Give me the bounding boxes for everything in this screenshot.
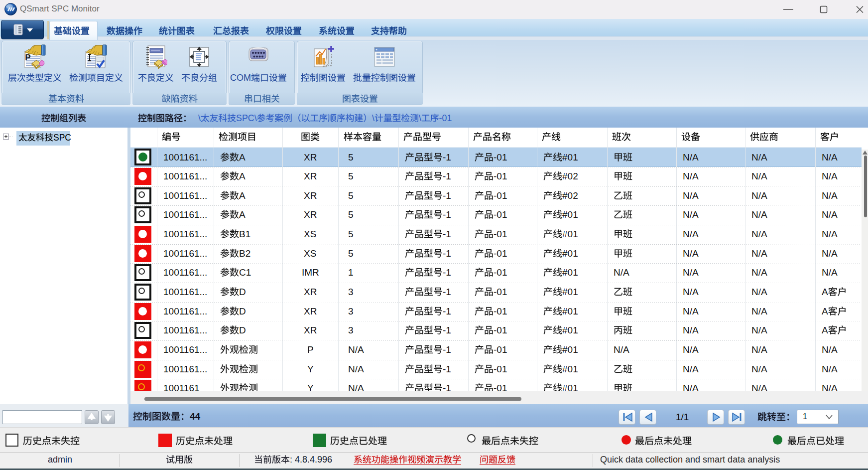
svg-text:1001161...: 1001161... xyxy=(163,209,207,220)
svg-text:1001161...: 1001161... xyxy=(163,229,207,239)
svg-text:N/A: N/A xyxy=(683,152,699,162)
svg-text:-01: -01 xyxy=(494,306,507,316)
svg-text:-01: -01 xyxy=(494,267,507,278)
svg-text:N/A: N/A xyxy=(683,306,699,316)
svg-text:#02: #02 xyxy=(562,171,578,181)
svg-text:N/A: N/A xyxy=(683,229,699,239)
svg-text:admin: admin xyxy=(48,455,72,465)
svg-text:5: 5 xyxy=(348,229,354,239)
svg-text:1: 1 xyxy=(348,267,354,278)
svg-text:: 4.8.4.996: : 4.8.4.996 xyxy=(290,455,332,465)
svg-text:XR: XR xyxy=(304,171,317,181)
svg-text:-01: -01 xyxy=(494,229,507,239)
svg-text:-1: -1 xyxy=(443,287,451,297)
svg-text:N/A: N/A xyxy=(822,209,838,220)
svg-text:N/A: N/A xyxy=(683,325,699,335)
svg-text:XS: XS xyxy=(304,248,316,259)
svg-text:N/A: N/A xyxy=(751,248,767,259)
svg-text:-01: -01 xyxy=(494,287,507,297)
svg-text:1001161...: 1001161... xyxy=(163,171,207,181)
svg-text:1001161...: 1001161... xyxy=(163,364,207,374)
svg-text:N/A: N/A xyxy=(614,344,629,355)
svg-text:B2: B2 xyxy=(239,248,250,259)
svg-text:44: 44 xyxy=(190,411,201,422)
svg-text:D: D xyxy=(239,287,246,297)
svg-text:N/A: N/A xyxy=(683,344,699,355)
svg-text:Quick data collection and smar: Quick data collection and smart data ana… xyxy=(600,455,780,465)
svg-text:-01: -01 xyxy=(494,152,507,162)
svg-text:1001161...: 1001161... xyxy=(163,344,207,355)
svg-text:SPC: SPC xyxy=(53,133,71,143)
svg-text:P: P xyxy=(307,344,314,355)
svg-text:#02: #02 xyxy=(562,190,578,201)
svg-text:#01: #01 xyxy=(562,306,578,316)
svg-text:N/A: N/A xyxy=(822,248,838,259)
svg-text:-1: -1 xyxy=(443,152,451,162)
svg-text:#01: #01 xyxy=(562,325,578,335)
svg-text:-1: -1 xyxy=(443,267,451,278)
svg-text:N/A: N/A xyxy=(822,364,838,374)
svg-text:-01: -01 xyxy=(494,209,507,220)
svg-text:XR: XR xyxy=(304,306,317,316)
svg-text:#01: #01 xyxy=(562,364,578,374)
svg-text:XR: XR xyxy=(304,325,317,335)
svg-text:N/A: N/A xyxy=(751,152,767,162)
svg-text:5: 5 xyxy=(348,209,354,220)
svg-text:1001161...: 1001161... xyxy=(163,248,207,259)
svg-text:SPC\: SPC\ xyxy=(236,113,257,123)
svg-text:N/A: N/A xyxy=(822,171,838,181)
svg-text:A: A xyxy=(239,190,246,201)
svg-text:1001161...: 1001161... xyxy=(163,152,207,162)
svg-text:5: 5 xyxy=(348,152,354,162)
svg-text:A: A xyxy=(822,306,828,316)
svg-text:N/A: N/A xyxy=(822,229,838,239)
svg-text:N/A: N/A xyxy=(751,267,767,278)
svg-text:1001161...: 1001161... xyxy=(163,306,207,316)
svg-text:\: \ xyxy=(198,113,201,123)
svg-text:N/A: N/A xyxy=(751,209,767,220)
svg-text:N/A: N/A xyxy=(751,344,767,355)
svg-text:D: D xyxy=(239,325,246,335)
svg-text:-1: -1 xyxy=(443,344,451,355)
svg-text:N/A: N/A xyxy=(683,248,699,259)
svg-text:N/A: N/A xyxy=(683,190,699,201)
svg-text:N/A: N/A xyxy=(683,171,699,181)
svg-text:5: 5 xyxy=(348,248,354,259)
svg-text:#01: #01 xyxy=(562,229,578,239)
svg-text:N/A: N/A xyxy=(822,344,838,355)
svg-text:A: A xyxy=(822,287,828,297)
svg-text:\: \ xyxy=(372,113,374,123)
svg-text:N/A: N/A xyxy=(614,267,629,278)
svg-text:A: A xyxy=(239,171,246,181)
svg-text:COM: COM xyxy=(230,73,251,83)
svg-text:B1: B1 xyxy=(239,229,250,239)
svg-text:\: \ xyxy=(419,113,421,123)
svg-text:N/A: N/A xyxy=(751,287,767,297)
svg-text:N/A: N/A xyxy=(348,364,364,374)
svg-text:C1: C1 xyxy=(239,267,251,278)
svg-text:IMR: IMR xyxy=(302,267,319,278)
svg-text:-01: -01 xyxy=(494,325,507,335)
svg-text:Y: Y xyxy=(307,364,314,374)
svg-text:#01: #01 xyxy=(562,209,578,220)
svg-text:N/A: N/A xyxy=(822,267,838,278)
svg-text:N/A: N/A xyxy=(751,325,767,335)
svg-text:N/A: N/A xyxy=(751,364,767,374)
svg-text:A: A xyxy=(239,152,246,162)
svg-text:N/A: N/A xyxy=(683,267,699,278)
svg-text:A: A xyxy=(239,209,246,220)
svg-text:#01: #01 xyxy=(562,344,578,355)
svg-text:-01: -01 xyxy=(439,113,452,123)
svg-text:-1: -1 xyxy=(443,248,451,259)
svg-text:3: 3 xyxy=(348,306,354,316)
svg-text:-01: -01 xyxy=(494,190,507,201)
svg-text:N/A: N/A xyxy=(751,171,767,181)
svg-text:-1: -1 xyxy=(443,229,451,239)
svg-text:-1: -1 xyxy=(443,209,451,220)
svg-text:-1: -1 xyxy=(443,190,451,201)
svg-text:1001161...: 1001161... xyxy=(163,190,207,201)
svg-text:XR: XR xyxy=(304,190,317,201)
svg-text:XR: XR xyxy=(304,209,317,220)
svg-text:N/A: N/A xyxy=(683,287,699,297)
svg-text:-01: -01 xyxy=(494,248,507,259)
